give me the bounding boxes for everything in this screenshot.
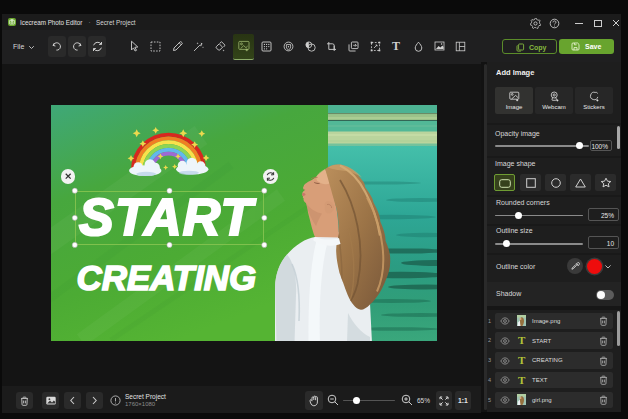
svg-text:CREATING: CREATING — [77, 258, 257, 299]
